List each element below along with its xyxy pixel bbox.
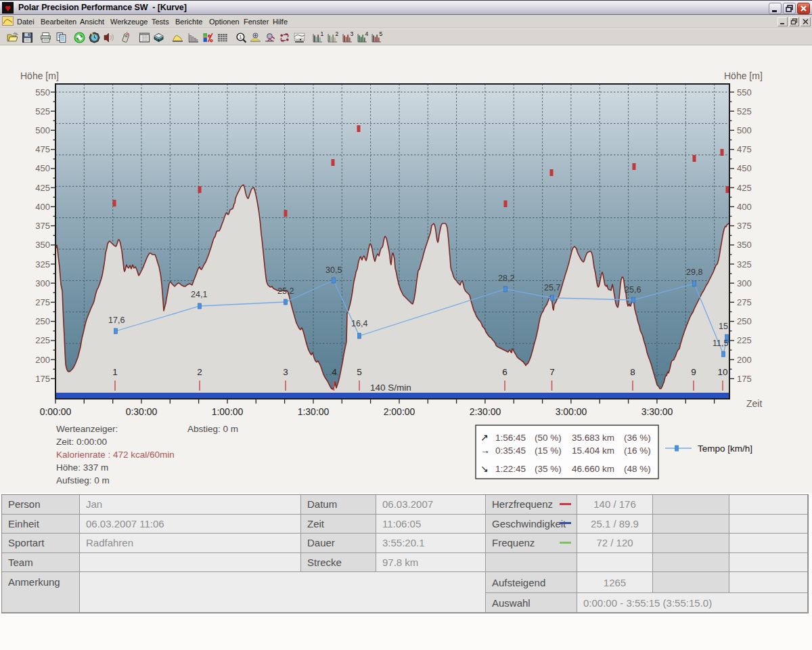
svg-text:(35 %): (35 %) [535,464,562,474]
svg-text:325: 325 [35,259,50,269]
svg-text:425: 425 [737,183,752,193]
svg-text:30,5: 30,5 [325,265,342,275]
svg-text:Höhe: 337 m: Höhe: 337 m [56,462,108,473]
svg-text:3: 3 [283,367,288,377]
svg-text:↘: ↘ [480,463,489,474]
svg-text:1: 1 [320,32,323,37]
svg-text:24,1: 24,1 [191,290,207,299]
svg-text:4: 4 [365,32,368,37]
svg-text:1:30:00: 1:30:00 [298,406,330,417]
svg-text:(36 %): (36 %) [624,433,651,443]
svg-text:46.660 km: 46.660 km [572,464,614,474]
svg-text:1:00:00: 1:00:00 [212,406,244,417]
svg-text:200: 200 [737,355,752,365]
svg-text:200: 200 [35,355,50,365]
svg-text:4: 4 [332,367,337,377]
svg-text:2: 2 [335,32,338,37]
svg-text:250: 250 [35,316,50,326]
svg-text:25,2: 25,2 [277,286,294,296]
svg-text:(15 %): (15 %) [535,446,562,456]
svg-text:→: → [480,445,490,456]
svg-text:Tempo [km/h]: Tempo [km/h] [698,443,752,454]
svg-text:175: 175 [737,374,752,384]
svg-text:250: 250 [737,316,752,326]
svg-text:(48 %): (48 %) [624,464,651,474]
svg-text:225: 225 [35,335,50,345]
svg-text:5: 5 [379,32,382,37]
svg-text:475: 475 [35,144,50,154]
svg-text:7: 7 [549,367,555,377]
svg-text:375: 375 [35,221,50,231]
svg-text:400: 400 [35,202,50,212]
svg-text:3:00:00: 3:00:00 [556,406,587,417]
svg-text:Zeit: Zeit [746,398,762,409]
svg-text:(50 %): (50 %) [535,433,562,443]
svg-text:0:35:45: 0:35:45 [495,446,526,456]
svg-text:Höhe [m]: Höhe [m] [724,70,763,81]
svg-text:300: 300 [35,278,50,288]
svg-text:525: 525 [737,106,752,116]
svg-text:2: 2 [197,367,202,377]
svg-text:550: 550 [35,87,50,98]
svg-text:1: 1 [112,367,118,377]
svg-text:425: 425 [35,183,50,193]
svg-text:Aufstieg: 0 m: Aufstieg: 0 m [56,475,110,485]
svg-text:5: 5 [357,367,362,377]
svg-text:325: 325 [737,259,752,269]
svg-text:35.683 km: 35.683 km [572,433,614,443]
svg-text:Kalorienrate : 472 kcal/60min: Kalorienrate : 472 kcal/60min [56,450,175,460]
svg-text:500: 500 [35,125,50,135]
svg-text:2:30:00: 2:30:00 [470,406,501,417]
svg-text:0:30:00: 0:30:00 [126,406,158,417]
svg-text:↗: ↗ [480,432,489,443]
svg-text:525: 525 [35,106,50,116]
svg-text:350: 350 [35,240,50,250]
svg-text:8: 8 [630,367,635,377]
svg-text:9: 9 [691,367,696,377]
svg-text:225: 225 [737,335,752,345]
svg-text:550: 550 [737,87,752,98]
svg-text:1:22:45: 1:22:45 [495,464,526,474]
svg-text:17,6: 17,6 [108,316,125,325]
svg-text:275: 275 [35,297,50,307]
svg-text:175: 175 [35,374,50,384]
svg-text:6: 6 [502,367,508,377]
svg-text:Höhe [m]: Höhe [m] [20,70,59,81]
svg-text:300: 300 [737,278,752,288]
svg-text:1: 1 [239,34,242,40]
svg-text:(16 %): (16 %) [624,446,651,456]
svg-text:475: 475 [737,144,752,154]
svg-text:275: 275 [737,297,752,307]
svg-text:28,2: 28,2 [498,274,514,283]
svg-text:Abstieg: 0 m: Abstieg: 0 m [187,424,238,434]
svg-text:0:00:00: 0:00:00 [40,406,72,417]
svg-text:15.404 km: 15.404 km [572,446,614,456]
svg-text:10: 10 [717,367,727,377]
svg-text:2:00:00: 2:00:00 [384,406,415,417]
svg-text:1:56:45: 1:56:45 [495,433,526,443]
svg-text:3:30:00: 3:30:00 [641,406,673,417]
svg-text:500: 500 [737,125,752,135]
svg-text:Zeit: 0:00:00: Zeit: 0:00:00 [56,437,107,447]
svg-text:25,6: 25,6 [625,285,641,295]
svg-text:11,5: 11,5 [713,339,728,348]
svg-text:3: 3 [350,32,353,37]
svg-text:25,7: 25,7 [544,283,560,292]
svg-text:450: 450 [35,163,50,173]
svg-text:29,8: 29,8 [686,267,702,277]
svg-text:16,4: 16,4 [351,319,367,328]
svg-text:450: 450 [737,163,752,173]
svg-text:375: 375 [737,221,752,231]
svg-text:140 S/min: 140 S/min [370,383,411,393]
svg-text:Werteanzeiger:: Werteanzeiger: [56,424,118,434]
svg-text:400: 400 [737,202,752,212]
svg-text:350: 350 [737,240,752,250]
svg-text:15,: 15, [719,322,730,331]
